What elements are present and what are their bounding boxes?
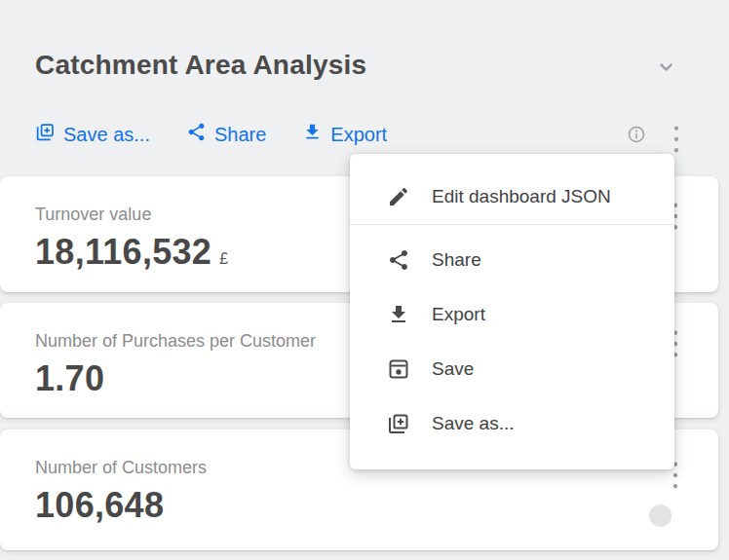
page-title: Catchment Area Analysis — [35, 50, 366, 81]
share-button[interactable]: Share — [186, 122, 266, 147]
edit-icon — [387, 185, 410, 208]
export-label: Export — [330, 124, 387, 146]
download-icon — [387, 303, 410, 326]
kpi-unit: £ — [219, 250, 228, 268]
kpi-value: 106,648 — [35, 485, 164, 526]
save-as-icon — [35, 122, 56, 147]
download-icon — [302, 122, 323, 147]
dashboard-toolbar: Save as... Share Export — [35, 122, 387, 147]
dashboard-screen: Catchment Area Analysis Save as... Share… — [0, 0, 729, 560]
floating-circle-indicator — [649, 504, 671, 527]
menu-item-label: Save as... — [432, 413, 515, 434]
menu-item-save[interactable]: Save — [350, 342, 674, 396]
share-icon — [387, 248, 410, 272]
dashboard-options-menu: Edit dashboard JSON Share Export Save Sa… — [350, 154, 674, 469]
save-as-label: Save as... — [63, 124, 150, 146]
menu-item-label: Save — [432, 358, 474, 380]
chevron-down-icon[interactable] — [654, 55, 678, 79]
save-as-icon — [387, 412, 410, 435]
export-button[interactable]: Export — [302, 122, 387, 147]
share-icon — [186, 122, 207, 147]
menu-item-label: Export — [432, 304, 485, 325]
share-label: Share — [214, 124, 266, 146]
save-as-button[interactable]: Save as... — [35, 122, 150, 147]
menu-item-share[interactable]: Share — [350, 233, 674, 287]
save-icon — [387, 357, 410, 381]
kpi-value: 1.70 — [35, 358, 104, 399]
kebab-menu-icon[interactable] — [671, 125, 682, 154]
menu-item-save-as[interactable]: Save as... — [350, 396, 674, 451]
kpi-value: 18,116,532 — [35, 232, 211, 273]
menu-item-edit-dashboard-json[interactable]: Edit dashboard JSON — [350, 169, 674, 224]
menu-item-label: Edit dashboard JSON — [432, 186, 611, 207]
menu-item-export[interactable]: Export — [350, 287, 674, 342]
menu-divider — [350, 224, 674, 225]
menu-item-label: Share — [432, 249, 481, 271]
info-icon[interactable] — [627, 125, 646, 144]
